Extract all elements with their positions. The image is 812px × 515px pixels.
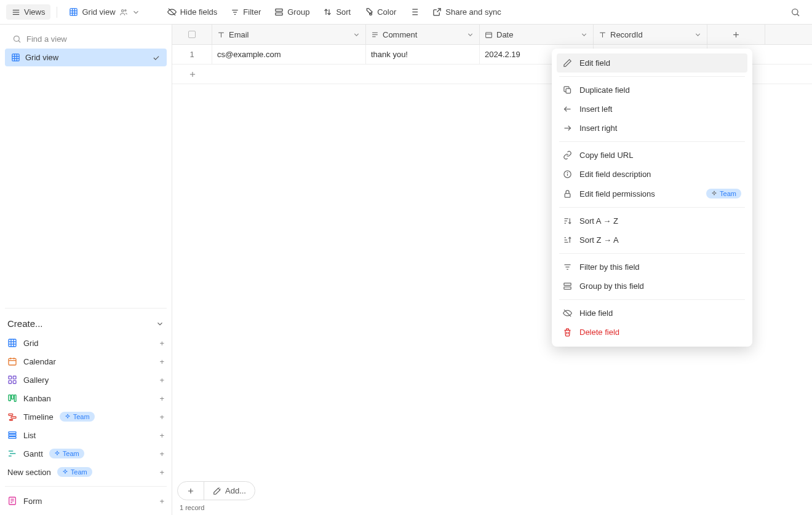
toolbar: Views Grid view Hide fields Filter Group…	[0, 0, 812, 25]
svg-rect-88	[564, 283, 571, 286]
view-item-label: Grid view	[25, 53, 58, 62]
new-section[interactable]: New section Team +	[5, 463, 167, 481]
select-all-checkbox[interactable]	[172, 25, 212, 44]
create-timeline[interactable]: Timeline Team +	[5, 407, 167, 426]
ctx-sort-za[interactable]: Sort Z → A	[557, 230, 747, 250]
ctx-sort-az[interactable]: Sort A → Z	[557, 211, 747, 230]
lock-icon	[563, 189, 572, 199]
create-item-label: Timeline	[23, 412, 54, 422]
svg-rect-15	[276, 13, 282, 15]
ctx-hide-field[interactable]: Hide field	[557, 304, 747, 323]
grid-icon	[7, 338, 17, 348]
cell-comment[interactable]: thank you!	[366, 45, 480, 64]
group-icon	[563, 281, 572, 291]
views-label: Views	[24, 7, 45, 17]
ctx-edit-permissions[interactable]: Edit field permissions Team	[557, 184, 747, 203]
create-list[interactable]: List +	[5, 426, 167, 444]
plus-icon: +	[159, 449, 164, 458]
sort-icon	[323, 7, 332, 17]
ctx-label: Duplicate field	[579, 85, 630, 95]
ctx-insert-right[interactable]: Insert right	[557, 119, 747, 138]
ctx-label: Edit field description	[579, 170, 651, 179]
group-icon	[274, 7, 284, 17]
create-kanban[interactable]: Kanban +	[5, 389, 167, 407]
svg-rect-27	[12, 54, 19, 61]
group-button[interactable]: Group	[269, 4, 315, 20]
calendar-icon	[7, 356, 17, 366]
column-header-email[interactable]: Email	[212, 25, 366, 44]
ctx-edit-field[interactable]: Edit field	[557, 53, 747, 73]
column-header-recordid[interactable]: RecordId	[594, 25, 707, 44]
grid-footer: Add... 1 record	[172, 476, 812, 515]
hide-fields-button[interactable]: Hide fields	[162, 4, 223, 20]
view-item-grid-view[interactable]: Grid view	[5, 49, 167, 66]
svg-point-9	[124, 9, 125, 10]
ctx-label: Edit field permissions	[579, 189, 655, 199]
footer-add-label: Add...	[225, 486, 246, 495]
column-header-date[interactable]: Date	[480, 25, 594, 44]
arrow-left-icon	[563, 104, 572, 114]
pencil-icon	[563, 58, 572, 68]
divider	[559, 253, 745, 254]
grid-view-button[interactable]: Grid view	[63, 4, 145, 20]
chevron-down-icon	[156, 320, 164, 328]
column-label: Comment	[383, 30, 417, 39]
svg-point-8	[121, 9, 124, 11]
check-icon	[152, 53, 161, 62]
arrow-right-icon	[563, 124, 572, 133]
svg-rect-43	[9, 380, 12, 383]
sidebar: Find a view Grid view Create... Grid + C…	[0, 25, 172, 515]
search-icon	[790, 7, 800, 17]
svg-point-25	[14, 36, 20, 42]
ctx-filter-field[interactable]: Filter by this field	[557, 258, 747, 277]
new-section-label: New section	[7, 468, 51, 477]
copy-icon	[563, 85, 572, 95]
hide-fields-label: Hide fields	[180, 7, 218, 17]
ctx-label: Insert left	[579, 104, 612, 114]
footer-add-menu[interactable]: Add...	[204, 482, 255, 500]
column-label: Email	[229, 30, 249, 39]
create-gantt[interactable]: Gantt Team +	[5, 444, 167, 463]
share-button[interactable]: Share and sync	[427, 4, 506, 20]
filter-button[interactable]: Filter	[225, 4, 266, 20]
search-button[interactable]	[785, 4, 806, 20]
find-view-placeholder: Find a view	[26, 34, 67, 44]
sort-button[interactable]: Sort	[317, 4, 356, 20]
create-form[interactable]: Form +	[5, 492, 167, 510]
footer-add-record[interactable]	[178, 482, 204, 500]
divider	[559, 299, 745, 300]
views-button[interactable]: Views	[6, 4, 50, 20]
chevron-down-icon	[132, 8, 140, 17]
svg-rect-48	[9, 414, 13, 415]
timeline-icon	[7, 412, 17, 422]
find-view-input[interactable]: Find a view	[5, 29, 167, 49]
share-label: Share and sync	[445, 7, 501, 17]
svg-rect-41	[9, 376, 12, 379]
chevron-down-icon	[466, 31, 474, 39]
sparkle-icon	[54, 450, 60, 457]
create-calendar[interactable]: Calendar +	[5, 352, 167, 371]
filter-icon	[231, 8, 239, 17]
create-grid[interactable]: Grid +	[5, 334, 167, 352]
row-height-icon	[410, 7, 419, 17]
svg-rect-72	[566, 88, 571, 93]
ctx-copy-url[interactable]: Copy field URL	[557, 146, 747, 165]
create-heading[interactable]: Create...	[5, 313, 167, 334]
column-header-comment[interactable]: Comment	[366, 25, 480, 44]
ctx-group-field[interactable]: Group by this field	[557, 277, 747, 296]
sparkle-icon	[65, 414, 71, 420]
ctx-insert-left[interactable]: Insert left	[557, 100, 747, 119]
team-badge: Team	[706, 189, 741, 199]
ctx-duplicate-field[interactable]: Duplicate field	[557, 81, 747, 100]
plus-icon: +	[159, 412, 164, 422]
ctx-delete-field[interactable]: Delete field	[557, 323, 747, 342]
create-gallery[interactable]: Gallery +	[5, 371, 167, 389]
sort-label: Sort	[336, 7, 351, 17]
row-height-button[interactable]	[404, 4, 424, 20]
gantt-icon	[7, 449, 17, 458]
color-button[interactable]: Color	[359, 4, 402, 20]
ctx-edit-description[interactable]: Edit field description	[557, 165, 747, 184]
add-column-button[interactable]	[707, 25, 765, 44]
team-badge: Team	[49, 449, 84, 458]
cell-email[interactable]: cs@example.com	[212, 45, 366, 64]
